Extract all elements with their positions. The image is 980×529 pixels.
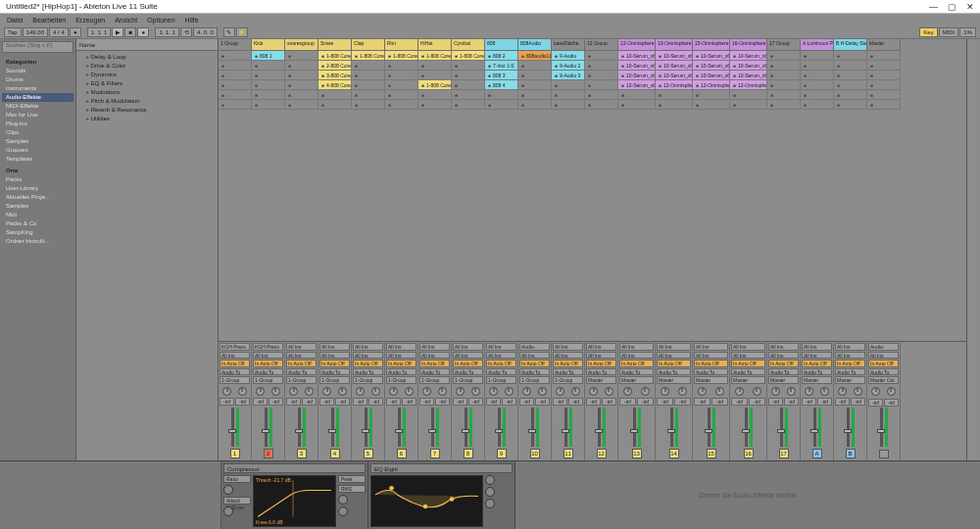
clip-slot[interactable] <box>352 90 385 100</box>
menu-help[interactable]: Hilfe <box>182 17 202 24</box>
track-header[interactable]: Clap <box>352 39 385 51</box>
clip-slot[interactable]: 10-Serum_x64 <box>656 71 693 80</box>
clip-slot[interactable] <box>585 90 618 100</box>
clip-slot[interactable] <box>585 61 618 71</box>
channel-output[interactable]: 1-Group <box>220 376 250 384</box>
channel-input[interactable]: All Ins <box>619 352 654 360</box>
clip-slot[interactable] <box>418 61 452 71</box>
browser-place-samples[interactable]: Samples <box>2 202 74 211</box>
channel-monitor[interactable]: In Auto Off <box>694 360 728 367</box>
clip-slot[interactable] <box>834 80 867 90</box>
channel-monitor[interactable]: In Auto Off <box>286 360 317 367</box>
device-eq-title[interactable]: EQ Eight <box>370 463 513 473</box>
clip-slot[interactable] <box>385 100 418 110</box>
menu-edit[interactable]: Bearbeiten <box>29 17 69 24</box>
clip-slot[interactable] <box>285 90 318 100</box>
clip-slot[interactable] <box>801 61 834 71</box>
channel-fader[interactable] <box>802 407 832 447</box>
stop-button[interactable]: ■ <box>124 27 136 37</box>
browser-cat-plugins[interactable]: Plug-ins <box>2 120 74 128</box>
send-a-knob[interactable] <box>422 387 431 396</box>
clip-slot[interactable] <box>585 71 618 80</box>
clip-slot[interactable] <box>352 71 385 80</box>
clip-slot[interactable] <box>767 100 801 110</box>
clip-slot[interactable] <box>285 51 318 61</box>
send-b-knob[interactable] <box>305 387 314 396</box>
channel-preset[interactable]: All Ins <box>657 343 691 351</box>
channel-output[interactable]: Master <box>835 376 865 384</box>
clip-slot[interactable]: 1-808 Core Kit <box>352 51 385 61</box>
channel-monitor[interactable]: In Auto Off <box>220 360 250 367</box>
fx-folder-pitch[interactable]: Pitch & Modulation <box>78 97 216 106</box>
browser-cat-samples[interactable]: Samples <box>2 137 74 146</box>
clip-slot[interactable] <box>730 100 767 110</box>
clip-slot[interactable]: 4-808 Core Kit <box>318 80 352 90</box>
clip-slot[interactable] <box>385 71 418 80</box>
clip-slot[interactable]: 9-Audio 3 <box>552 71 585 80</box>
track-header[interactable]: Kick <box>252 39 285 51</box>
record-button[interactable]: ● <box>137 27 149 37</box>
channel-monitor[interactable]: In Auto Off <box>253 360 283 367</box>
track-activator[interactable]: A <box>812 449 822 458</box>
channel-output[interactable]: Master <box>802 376 832 384</box>
channel-preset[interactable]: All Ins <box>286 343 317 351</box>
clip-slot[interactable] <box>285 61 318 71</box>
send-a-knob[interactable] <box>871 387 880 396</box>
clip-slot[interactable]: 808 2 <box>485 51 518 61</box>
clip-slot[interactable] <box>219 90 252 100</box>
track-header[interactable]: Master <box>867 39 901 51</box>
clip-slot[interactable]: 1-808 Core Kit <box>318 51 352 61</box>
track-activator[interactable] <box>879 450 889 458</box>
track-header[interactable]: 808Audio <box>518 39 552 51</box>
channel-input[interactable]: All Ins <box>768 352 799 360</box>
send-a-knob[interactable] <box>222 387 231 396</box>
channel-fader[interactable] <box>419 407 450 447</box>
clip-slot[interactable] <box>385 90 418 100</box>
clip-slot[interactable] <box>485 90 518 100</box>
clip-slot[interactable] <box>252 100 285 110</box>
send-b-knob[interactable] <box>271 387 280 396</box>
clip-slot[interactable] <box>252 90 285 100</box>
clip-slot[interactable]: 12-Omnisphere <box>656 80 693 90</box>
channel-output[interactable]: 1-Group <box>253 376 283 384</box>
track-activator[interactable]: 14 <box>669 449 679 458</box>
track-header[interactable]: 808 <box>485 39 518 51</box>
clip-slot[interactable] <box>867 100 901 110</box>
channel-input[interactable]: All Ins <box>694 352 728 360</box>
channel-preset[interactable]: All Ins <box>731 343 765 351</box>
send-a-knob[interactable] <box>556 387 564 396</box>
track-header[interactable]: 13-Omnisphere <box>656 39 693 51</box>
clip-slot[interactable] <box>418 90 452 100</box>
clip-slot[interactable]: 1-808 Core Kit <box>452 51 485 61</box>
tempo-field[interactable]: 149.00 <box>23 27 48 37</box>
clip-slot[interactable] <box>834 100 867 110</box>
clip-slot[interactable] <box>767 51 801 61</box>
clip-slot[interactable] <box>693 90 730 100</box>
clip-slot[interactable] <box>585 51 618 61</box>
channel-preset[interactable]: All Ins <box>486 343 516 351</box>
track-header[interactable]: HiHat <box>418 39 452 51</box>
channel-preset[interactable]: All Ins <box>453 343 483 351</box>
clip-slot[interactable] <box>518 100 552 110</box>
send-b-knob[interactable] <box>505 387 514 396</box>
tap-tempo[interactable]: Tap <box>4 27 22 37</box>
track-header[interactable]: 12-Omnisphere <box>618 39 656 51</box>
fx-folder-reverb[interactable]: Reverb & Resonance <box>78 106 216 115</box>
channel-output[interactable]: 1-Group <box>519 376 550 384</box>
track-activator[interactable]: 13 <box>632 449 642 458</box>
channel-preset[interactable]: Audio-Props <box>519 343 550 351</box>
comp-peak-button[interactable]: Peak <box>338 475 366 483</box>
track-activator[interactable]: 6 <box>397 449 407 458</box>
comp-ratio-label[interactable]: Ratio <box>223 475 251 483</box>
loop-start[interactable]: 1. 1. 1 <box>155 27 179 37</box>
track-header[interactable]: Snare <box>318 39 352 51</box>
comp-release-knob[interactable] <box>223 506 233 516</box>
browser-place-packs[interactable]: Packs <box>2 175 74 184</box>
channel-monitor[interactable]: In Auto Off <box>353 360 383 367</box>
channel-output[interactable]: 1-Group <box>419 376 450 384</box>
channel-fader[interactable] <box>619 407 654 447</box>
channel-fader[interactable] <box>657 407 691 447</box>
channel-monitor[interactable]: In Auto Off <box>453 360 483 367</box>
send-b-knob[interactable] <box>887 387 896 396</box>
send-a-knob[interactable] <box>805 387 813 396</box>
